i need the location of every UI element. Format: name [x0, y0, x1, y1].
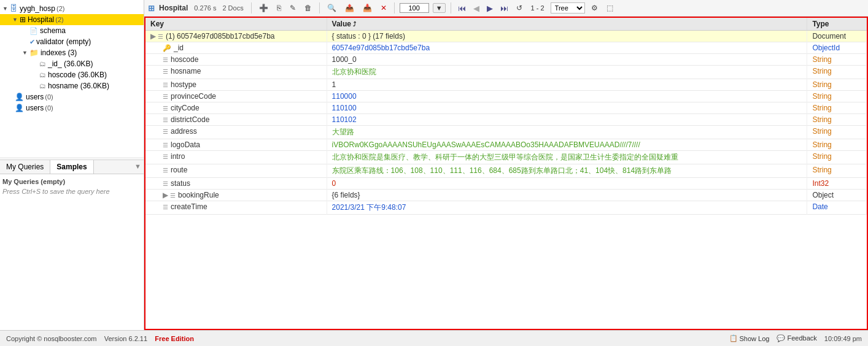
- cell-key: ☰logoData: [145, 139, 327, 151]
- query-time: 0.276 s: [194, 4, 216, 12]
- table-row[interactable]: ☰logoDataiVBORw0KGgoAAAANSUhEUgAAASwAAAE…: [145, 139, 867, 151]
- cell-key: ☰intro: [145, 151, 327, 164]
- table-row[interactable]: ☰intro北京协和医院是集医疗、教学、科研于一体的大型三级甲等综合医院，是国家…: [145, 151, 867, 164]
- table-row[interactable]: ▶☰bookingRule{6 fields}Object: [145, 190, 867, 201]
- tab-my-queries[interactable]: My Queries: [0, 160, 50, 174]
- cell-key: ☰districtCode: [145, 114, 327, 126]
- first-page-btn[interactable]: ⏮: [456, 3, 468, 13]
- cell-value: 2021/3/21 下午9:48:07: [327, 201, 807, 215]
- tree-item-hosname[interactable]: 🗂hosname (36.0KB): [0, 80, 144, 91]
- prev-page-btn[interactable]: ◀: [471, 3, 481, 13]
- table-row[interactable]: 🔑_id60574e97d085bb17cbd5e7baObjectId: [145, 42, 867, 54]
- toolbar-sep-1: [251, 2, 252, 13]
- add-document-btn[interactable]: ➕: [257, 2, 271, 13]
- cell-key: ▶☰bookingRule: [145, 190, 327, 201]
- status-bar: Copyright © nosqlbooster.com Version 6.2…: [0, 330, 868, 346]
- delete-document-btn[interactable]: 🗑: [302, 2, 314, 13]
- delete-all-btn[interactable]: ✕: [378, 2, 389, 13]
- tree-item-_id_[interactable]: 🗂_id_ (36.0KB): [0, 58, 144, 69]
- import-btn[interactable]: 📥: [360, 2, 374, 13]
- page-info: 1 - 2: [531, 4, 544, 12]
- table-row[interactable]: ☰hostype1String: [145, 79, 867, 91]
- cell-key: ☰hoscode: [145, 54, 327, 66]
- cell-value: 110000: [327, 91, 807, 102]
- toolbar-sep-3: [394, 2, 395, 13]
- tree-item-users1[interactable]: 👤users (0): [0, 91, 144, 102]
- copyright-text: Copyright © nosqlbooster.com: [6, 335, 97, 342]
- table-row[interactable]: ☰districtCode110102String: [145, 114, 867, 126]
- cell-type: Document: [807, 31, 867, 42]
- cell-type: Date: [807, 201, 867, 215]
- last-page-btn[interactable]: ⏭: [498, 3, 510, 13]
- sidebar: 🗄yygh_hosp (2)⊞Hospital (2)📄schema✔valid…: [0, 0, 144, 330]
- cell-value: 60574e97d085bb17cbd5e7ba: [327, 42, 807, 54]
- table-row[interactable]: ☰route东院区乘车路线：106、108、110、111、116、684、68…: [145, 164, 867, 178]
- cell-key: ☰hostype: [145, 79, 327, 91]
- cell-value: 1: [327, 79, 807, 91]
- doc-count: 2 Docs: [222, 4, 243, 12]
- table-row[interactable]: ☰status0Int32: [145, 178, 867, 190]
- collection-label: Hospital: [159, 4, 188, 12]
- tree-item-indexes[interactable]: 📁indexes (3): [0, 47, 144, 58]
- table-row[interactable]: ☰hoscode1000_0String: [145, 54, 867, 66]
- feedback-button[interactable]: 💬 Feedback: [777, 334, 816, 342]
- col-header-type[interactable]: Type: [807, 18, 867, 31]
- database-tree: 🗄yygh_hosp (2)⊞Hospital (2)📄schema✔valid…: [0, 0, 144, 156]
- limit-input[interactable]: [400, 3, 429, 13]
- tab-samples[interactable]: Samples: [50, 160, 93, 174]
- collection-name: ⊞ Hospital: [148, 4, 188, 13]
- content-area: ⊞ Hospital 0.276 s 2 Docs ➕ ⎘ ✎ 🗑 🔍 📤 📥 …: [144, 0, 868, 330]
- query-group-label: My Queries (empty): [2, 177, 141, 186]
- expand-btn[interactable]: ⬚: [604, 2, 616, 13]
- cell-key: ▶☰(1) 60574e97d085bb17cbd5e7ba: [145, 31, 327, 42]
- cell-value: 东院区乘车路线：106、108、110、111、116、684、685路到东单路…: [327, 164, 807, 178]
- tab-collapse-btn[interactable]: ▼: [132, 160, 144, 174]
- cell-key: ☰provinceCode: [145, 91, 327, 102]
- tree-item-yygh_hosp[interactable]: 🗄yygh_hosp (2): [0, 2, 144, 14]
- edit-document-btn[interactable]: ✎: [287, 2, 298, 13]
- table-row[interactable]: ☰hosname北京协和医院String: [145, 66, 867, 79]
- cell-value: 北京协和医院: [327, 66, 807, 79]
- version-text: Version 6.2.11: [104, 335, 147, 342]
- cell-type: String: [807, 164, 867, 178]
- tree-item-validator[interactable]: ✔validator (empty): [0, 36, 144, 47]
- status-right: 📋 Show Log 💬 Feedback 10:09:49 pm: [729, 334, 862, 342]
- tree-item-schema[interactable]: 📄schema: [0, 25, 144, 36]
- table-row[interactable]: ▶☰(1) 60574e97d085bb17cbd5e7ba{ status :…: [145, 31, 867, 42]
- table-row[interactable]: ☰createTime2021/3/21 下午9:48:07Date: [145, 201, 867, 215]
- tree-item-hoscode[interactable]: 🗂hoscode (36.0KB): [0, 69, 144, 80]
- query-tabs: My Queries Samples ▼: [0, 160, 144, 174]
- col-header-key[interactable]: Key: [145, 18, 327, 31]
- result-wrapper: Key Value ⤴ Type ▶☰(1) 60574e97d085bb17c…: [144, 17, 868, 330]
- result-table: Key Value ⤴ Type ▶☰(1) 60574e97d085bb17c…: [145, 18, 867, 215]
- status-left: Copyright © nosqlbooster.com Version 6.2…: [6, 335, 724, 342]
- cell-type: String: [807, 151, 867, 164]
- table-row[interactable]: ☰cityCode110100String: [145, 102, 867, 114]
- tree-item-hospital[interactable]: ⊞Hospital (2): [0, 14, 144, 25]
- cell-key: ☰hosname: [145, 66, 327, 79]
- toolbar-sep-2: [319, 2, 320, 13]
- export-btn[interactable]: 📤: [343, 2, 357, 13]
- table-row[interactable]: ☰provinceCode110000String: [145, 91, 867, 102]
- feedback-icon: 💬: [777, 334, 785, 342]
- tree-item-users2[interactable]: 👤users (0): [0, 102, 144, 113]
- toolbar: ⊞ Hospital 0.276 s 2 Docs ➕ ⎘ ✎ 🗑 🔍 📤 📥 …: [144, 0, 868, 17]
- refresh-btn[interactable]: ↺: [514, 2, 525, 13]
- clone-document-btn[interactable]: ⎘: [274, 2, 284, 13]
- settings-btn[interactable]: ⚙: [589, 2, 600, 13]
- view-mode-select[interactable]: Tree JSON Table: [551, 2, 585, 13]
- time-display: 10:09:49 pm: [824, 335, 862, 342]
- next-page-btn[interactable]: ▶: [485, 3, 495, 13]
- cell-key: ☰status: [145, 178, 327, 190]
- limit-dropdown-btn[interactable]: ▼: [433, 3, 446, 13]
- cell-key: ☰route: [145, 164, 327, 178]
- cell-key: ☰cityCode: [145, 102, 327, 114]
- show-log-button[interactable]: 📋 Show Log: [729, 334, 770, 342]
- query-panel: My Queries (empty) Press Ctrl+S to save …: [0, 174, 144, 331]
- search-btn[interactable]: 🔍: [325, 2, 339, 13]
- col-header-value[interactable]: Value ⤴: [327, 18, 807, 31]
- table-row[interactable]: ☰address大望路String: [145, 126, 867, 139]
- cell-type: Object: [807, 190, 867, 201]
- edition-text: Free Edition: [155, 335, 194, 342]
- feedback-label: Feedback: [788, 334, 817, 342]
